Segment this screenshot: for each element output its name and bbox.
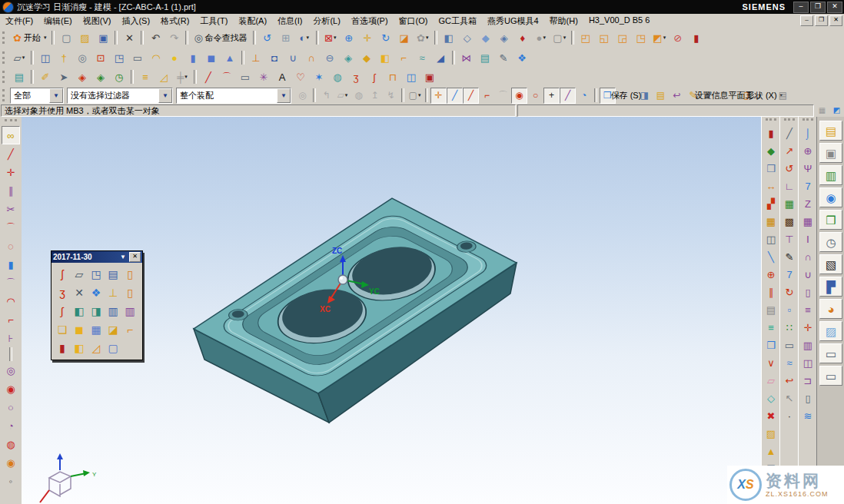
panel-tool-button[interactable]: ◪ <box>104 320 122 339</box>
control-point-snap-button[interactable]: ⌐ <box>479 88 495 104</box>
drafting-tool-button[interactable]: ∩ <box>799 248 817 266</box>
menu-item[interactable]: 帮助(H) <box>544 15 583 28</box>
cylinder-tool-button[interactable]: ▮ <box>2 255 20 274</box>
enable-snap-point-button[interactable]: ✛ <box>430 88 447 104</box>
clip-image-button[interactable]: ▦ <box>815 104 829 117</box>
child-close-button[interactable]: ✕ <box>829 15 842 26</box>
block-button[interactable]: ◼ <box>202 48 221 67</box>
panel-tool-button[interactable]: ◿ <box>87 339 105 357</box>
corner-button[interactable]: ⌐ <box>2 310 20 329</box>
arc-button[interactable]: ⌒ <box>218 68 236 86</box>
polygon-button[interactable]: ✳ <box>254 68 273 86</box>
minimize-button[interactable]: – <box>793 2 809 13</box>
modeling-tool-button[interactable]: ◆ <box>763 142 780 160</box>
command-finder-button[interactable]: ◎命令查找器 <box>191 28 250 47</box>
close-window-button[interactable]: ⊠▾ <box>321 28 340 47</box>
modeling-tool-button[interactable]: ❒ <box>763 160 780 177</box>
history-button[interactable]: ◷ <box>819 232 842 252</box>
graphics-window[interactable]: ZC YC XC Y 2017-11-30 ▼ ✕ <box>22 117 761 504</box>
undo-button[interactable]: ↶ <box>146 28 164 47</box>
wave-button[interactable]: ▤ <box>653 88 669 104</box>
dashed-circle-button[interactable]: ◌ <box>2 237 20 255</box>
parallel-line-button[interactable]: ∥ <box>2 181 20 200</box>
panel-tool-button[interactable]: ⊥ <box>104 284 122 302</box>
drafting-tool-button[interactable]: ◫ <box>799 354 817 372</box>
snapshot-button[interactable]: ✿▾ <box>414 28 432 47</box>
circle-button[interactable]: ○ <box>2 398 20 416</box>
drafting-tool-button[interactable]: ⌡ <box>799 124 817 142</box>
panel-tool-button[interactable]: ◼ <box>70 320 88 339</box>
select-button[interactable]: ➤ <box>55 68 73 86</box>
shape-button[interactable]: 形状 (X)▾ <box>754 88 775 104</box>
grid-button[interactable]: ╪▾ <box>173 68 191 86</box>
start-menu-button[interactable]: ✿开始▾ <box>10 28 49 47</box>
edge-blend-button[interactable]: ≈ <box>413 48 431 67</box>
modeling-tool-button[interactable]: ▨ <box>763 425 780 443</box>
marquee-select-button[interactable]: ▢▾ <box>407 88 423 104</box>
wave-link-button[interactable]: ◈ <box>339 48 357 67</box>
modeling-tool-button[interactable]: ⊕ <box>763 266 780 284</box>
panel-tool-button[interactable]: ◧ <box>70 339 88 357</box>
menu-item[interactable]: 燕秀UG模具4 <box>482 15 544 28</box>
fit-view-button[interactable]: ◪ <box>395 28 414 47</box>
drafting-tool-button[interactable]: ▥ <box>799 337 817 354</box>
pan-button[interactable]: ✛ <box>358 28 377 47</box>
floating-panel-close-button[interactable]: ✕ <box>129 252 141 262</box>
flange-button[interactable]: ⌐ <box>394 48 413 67</box>
modeling-tool-button[interactable]: ❒ <box>763 337 780 354</box>
circle-point-button[interactable]: ◉ <box>2 380 20 398</box>
panel-tool-button[interactable]: ◧ <box>70 302 88 320</box>
offset-curve-button[interactable]: ʒ <box>347 68 365 86</box>
existing-point-snap-button[interactable]: + <box>543 88 560 104</box>
cylinder-button[interactable]: ▮ <box>184 48 202 67</box>
chevron-down-icon[interactable]: ▼ <box>120 254 126 260</box>
modeling-tool-button[interactable]: ▦ <box>763 213 780 230</box>
panel-tool-button[interactable]: ∫ <box>53 302 71 320</box>
chevron-down-icon[interactable]: ▼ <box>277 88 291 103</box>
chevron-down-icon[interactable]: ▾ <box>426 35 429 41</box>
menu-item[interactable]: 信息(I) <box>272 15 307 28</box>
chevron-down-icon[interactable]: ▾ <box>543 35 546 41</box>
point-on-curve-snap-button[interactable]: ╱ <box>560 88 576 104</box>
chevron-down-icon[interactable]: ▼ <box>158 88 172 103</box>
unite-button[interactable]: ∪ <box>284 48 302 67</box>
part-navigator-button[interactable]: ▥ <box>819 165 842 185</box>
circle-dot-button[interactable]: ◉ <box>2 453 20 472</box>
drafting-tool-button[interactable]: ≋ <box>799 407 817 425</box>
subtract-button[interactable]: ⊖ <box>321 48 339 67</box>
panel-tool-button[interactable]: ▯ <box>121 284 139 302</box>
part-navigator-button[interactable]: ▤ <box>10 68 28 86</box>
panel-tool-button[interactable]: ▦ <box>87 320 105 339</box>
expand-button[interactable]: ◩ <box>829 104 844 117</box>
menu-item[interactable]: 编辑(E) <box>38 15 78 28</box>
selection-scope-combo[interactable]: 整个装配 ▼ <box>176 88 291 104</box>
modeling-tool-button[interactable]: ▞ <box>763 195 780 213</box>
arc-point-button[interactable]: ◠ <box>2 292 20 310</box>
delete-button[interactable]: ✕ <box>120 28 138 47</box>
save-s-button[interactable]: 保存 (S) <box>616 88 636 104</box>
modeling-tool-button[interactable]: ▱ <box>763 372 780 390</box>
trim-body-button[interactable]: ⋈ <box>457 48 476 67</box>
transform-tool-button[interactable]: 7 <box>781 266 799 284</box>
extract-curve-button[interactable]: ◫ <box>402 68 420 86</box>
menu-item[interactable]: H3_V00_D B5 6 <box>583 15 656 28</box>
panel-tool-button[interactable]: ▤ <box>104 265 122 284</box>
type-filter-combo[interactable]: 没有选择过滤器 ▼ <box>67 88 173 104</box>
revolve-button[interactable]: ◠ <box>147 48 165 67</box>
drafting-tool-button[interactable]: ▦ <box>799 213 817 230</box>
snap-toggle-button[interactable]: ◈ <box>73 68 91 86</box>
point-on-face-snap-button[interactable]: ◔ <box>576 88 592 104</box>
intersection-snap-button[interactable]: ⌒ <box>495 88 511 104</box>
drafting-tool-button[interactable]: Ⅰ <box>799 230 817 248</box>
history-mode-button[interactable]: ◷ <box>110 68 128 86</box>
line-button[interactable]: ╱ <box>199 68 218 86</box>
window-layout-a-button[interactable]: ▭ <box>819 343 842 363</box>
menu-item[interactable]: GC工具箱 <box>433 15 482 28</box>
assembly-navigator-button[interactable]: ▤ <box>819 121 842 141</box>
drafting-tool-button[interactable]: ⊐ <box>799 372 817 390</box>
law-curve-button[interactable]: ♡ <box>291 68 310 86</box>
transform-tool-button[interactable]: ↗ <box>781 142 799 160</box>
new-file-button[interactable]: ▢ <box>57 28 75 47</box>
arc-circle-button[interactable]: ◔ <box>2 416 20 435</box>
transform-tool-button[interactable]: ▭ <box>781 337 799 354</box>
